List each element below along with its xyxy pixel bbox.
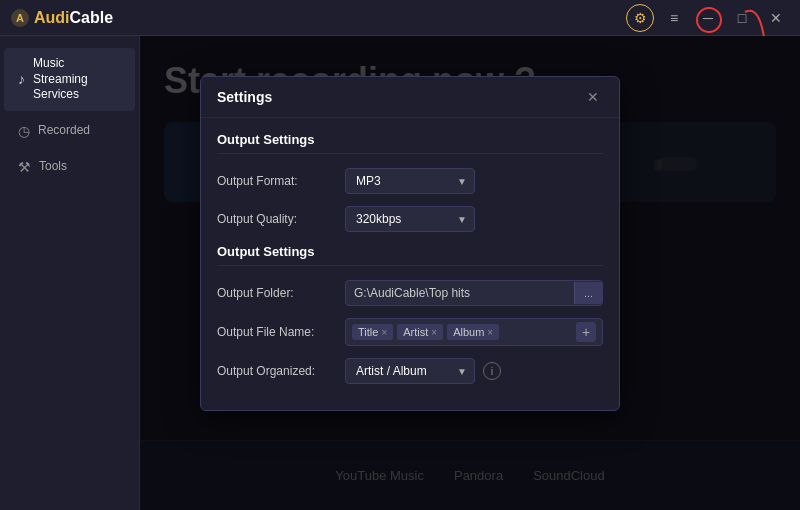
organized-select-wrapper: Artist / Album Artist Album None ▼ — [345, 358, 475, 384]
minimize-button[interactable]: ─ — [694, 4, 722, 32]
browse-button[interactable]: ... — [574, 282, 602, 304]
tools-icon: ⚒ — [18, 159, 31, 175]
dialog-body: Output Settings Output Format: MP3 FLAC … — [201, 118, 619, 410]
main-content: Start recording now ? amazon music — [140, 36, 800, 510]
tag-title-close[interactable]: × — [381, 327, 387, 338]
output-quality-row: Output Quality: 320kbps 256kbps 192kbps … — [217, 206, 603, 232]
tag-artist: Artist × — [397, 324, 443, 340]
settings-dialog: Settings ✕ Output Settings Output Format… — [200, 76, 620, 411]
close-button[interactable]: ✕ — [762, 4, 790, 32]
main-layout: ♪ Music Streaming Services ◷ Recorded ⚒ … — [0, 36, 800, 510]
tag-album-close[interactable]: × — [487, 327, 493, 338]
output-organized-row: Output Organized: Artist / Album Artist … — [217, 358, 603, 384]
sidebar-item-tools[interactable]: ⚒ Tools — [4, 151, 135, 183]
output-quality-select[interactable]: 320kbps 256kbps 192kbps 128kbps — [345, 206, 475, 232]
output-quality-select-wrapper: 320kbps 256kbps 192kbps 128kbps ▼ — [345, 206, 475, 232]
add-tag-button[interactable]: + — [576, 322, 596, 342]
output-filename-row: Output File Name: Title × Artist × — [217, 318, 603, 346]
output-folder-row: Output Folder: ... — [217, 280, 603, 306]
output-quality-control: 320kbps 256kbps 192kbps 128kbps ▼ — [345, 206, 603, 232]
output-folder-input[interactable] — [346, 281, 574, 305]
output-format-select[interactable]: MP3 FLAC WAV AAC OGG — [345, 168, 475, 194]
tag-artist-text: Artist — [403, 326, 428, 338]
modal-overlay: Settings ✕ Output Settings Output Format… — [140, 36, 800, 510]
app-logo: A AudiCable — [10, 8, 113, 28]
organized-select[interactable]: Artist / Album Artist Album None — [345, 358, 475, 384]
output-folder-label: Output Folder: — [217, 286, 337, 300]
tag-album-text: Album — [453, 326, 484, 338]
section-title-2: Output Settings — [217, 244, 603, 266]
output-format-control: MP3 FLAC WAV AAC OGG ▼ — [345, 168, 603, 194]
settings-button[interactable]: ⚙ — [626, 4, 654, 32]
output-format-label: Output Format: — [217, 174, 337, 188]
output-organized-label: Output Organized: — [217, 364, 337, 378]
sidebar-item-streaming[interactable]: ♪ Music Streaming Services — [4, 48, 135, 111]
menu-button[interactable]: ≡ — [660, 4, 688, 32]
info-icon[interactable]: i — [483, 362, 501, 380]
output-folder-input-wrapper: ... — [345, 280, 603, 306]
sidebar-item-recorded[interactable]: ◷ Recorded — [4, 115, 135, 147]
logo-text: AudiCable — [34, 9, 113, 27]
svg-text:A: A — [16, 12, 24, 24]
dialog-header: Settings ✕ — [201, 77, 619, 118]
clock-icon: ◷ — [18, 123, 30, 139]
dialog-title: Settings — [217, 89, 272, 105]
output-format-row: Output Format: MP3 FLAC WAV AAC OGG — [217, 168, 603, 194]
output-format-select-wrapper: MP3 FLAC WAV AAC OGG ▼ — [345, 168, 475, 194]
logo-icon: A — [10, 8, 30, 28]
tags-input-wrapper: Title × Artist × Album × + — [345, 318, 603, 346]
section-title-1: Output Settings — [217, 132, 603, 154]
output-quality-label: Output Quality: — [217, 212, 337, 226]
titlebar: A AudiCable ⚙ ≡ ─ □ ✕ — [0, 0, 800, 36]
tag-title-text: Title — [358, 326, 378, 338]
dialog-close-button[interactable]: ✕ — [583, 87, 603, 107]
tag-title: Title × — [352, 324, 393, 340]
output-organized-control: Artist / Album Artist Album None ▼ i — [345, 358, 603, 384]
tag-artist-close[interactable]: × — [431, 327, 437, 338]
output-filename-label: Output File Name: — [217, 325, 337, 339]
window-controls: ⚙ ≡ ─ □ ✕ — [626, 4, 790, 32]
music-icon: ♪ — [18, 71, 25, 87]
tag-album: Album × — [447, 324, 499, 340]
sidebar: ♪ Music Streaming Services ◷ Recorded ⚒ … — [0, 36, 140, 510]
maximize-button[interactable]: □ — [728, 4, 756, 32]
